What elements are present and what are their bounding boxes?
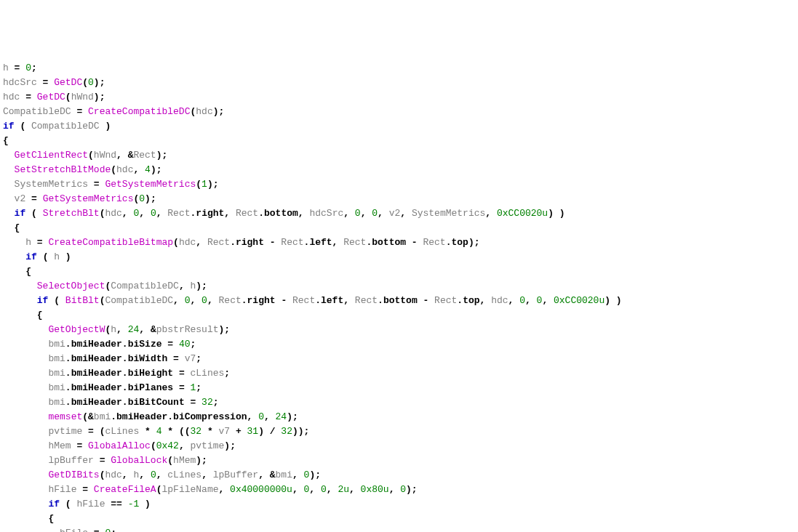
code-line: CompatibleDC = CreateCompatibleDC(hdc); xyxy=(3,105,795,119)
token-num: 32 xyxy=(202,397,213,408)
token-num: 31 xyxy=(247,426,259,437)
token-op: . xyxy=(122,397,128,408)
code-line: { xyxy=(3,134,795,148)
token-func: GetDC xyxy=(54,77,82,88)
token-func: SetStretchBltMode xyxy=(15,164,111,175)
token-op: . xyxy=(65,397,71,408)
token-op: , xyxy=(378,208,389,219)
token-op: , xyxy=(485,208,497,219)
token-op: , xyxy=(327,484,338,495)
token-op: = xyxy=(20,92,36,102)
token-op: ; xyxy=(196,353,202,364)
token-sp xyxy=(3,251,25,262)
token-op: == xyxy=(105,499,127,509)
token-num: 1 xyxy=(202,179,207,190)
token-op: (& xyxy=(82,411,94,422)
token-op: , xyxy=(196,237,207,248)
token-num: 0 xyxy=(25,63,31,73)
code-line: if ( h ) xyxy=(3,250,795,265)
code-line: GetObjectW(h, 24, &pbstrResult); xyxy=(3,323,795,337)
token-op: , xyxy=(173,295,185,306)
code-line: if ( CompatibleDC ) xyxy=(3,119,795,134)
token-field: right xyxy=(236,237,264,248)
code-line: hMem = GlobalAlloc(0x42, pvtime); xyxy=(3,439,795,454)
token-op: ; xyxy=(224,368,230,379)
token-op: ( xyxy=(151,440,156,451)
token-func: SelectObject xyxy=(37,281,105,291)
token-field: left xyxy=(309,237,332,248)
token-op: , xyxy=(219,484,231,495)
token-sp xyxy=(3,484,48,495)
token-sp xyxy=(3,499,48,509)
token-num: 0x42 xyxy=(156,440,179,451)
token-op: , xyxy=(349,484,361,495)
token-op: , & xyxy=(258,469,275,480)
code-line: { xyxy=(3,265,795,279)
code-line: hdc = GetDC(hWnd); xyxy=(3,90,795,105)
token-var: Rect xyxy=(219,295,242,306)
token-op: , xyxy=(122,469,134,480)
decompiler-code-block: h = 0;hdcSrc = GetDC(0);hdc = GetDC(hWnd… xyxy=(3,61,795,532)
token-var: hMem xyxy=(173,455,196,466)
token-op: ); xyxy=(94,77,105,88)
code-line: if ( hFile == -1 ) xyxy=(3,497,795,512)
token-op: . xyxy=(65,368,71,379)
token-op: ( xyxy=(25,208,42,219)
token-op: , xyxy=(343,208,355,219)
token-op: = xyxy=(71,106,88,117)
token-field: left xyxy=(321,295,343,306)
token-op: ); xyxy=(94,92,105,102)
token-sp xyxy=(3,339,48,350)
token-field: bmiHeader xyxy=(71,382,122,393)
token-op: , xyxy=(292,469,304,480)
code-line: SetStretchBltMode(hdc, 4); xyxy=(3,163,795,177)
token-op: , xyxy=(207,295,219,306)
token-var: hdc xyxy=(105,208,121,219)
token-func: GlobalAlloc xyxy=(88,440,151,451)
token-op: , xyxy=(247,411,259,422)
token-op: , xyxy=(309,484,321,495)
token-var: hWnd xyxy=(71,92,94,102)
token-op: , xyxy=(224,208,236,219)
token-op: . xyxy=(457,295,463,306)
token-sp xyxy=(3,426,48,437)
token-op: ( xyxy=(111,164,116,175)
token-var: v7 xyxy=(219,426,231,437)
token-kw: if xyxy=(37,295,49,306)
token-var: hdc xyxy=(491,295,508,306)
token-num: 0x80u xyxy=(361,484,389,495)
token-field: biHeight xyxy=(128,368,173,379)
token-op: , xyxy=(542,295,554,306)
token-op: . xyxy=(230,237,236,248)
token-var: CompatibleDC xyxy=(105,295,173,306)
token-sp xyxy=(3,179,15,190)
token-func: CreateCompatibleDC xyxy=(88,106,190,117)
token-op: ; xyxy=(31,63,37,73)
token-op: ( xyxy=(15,121,31,132)
token-var: CompatibleDC xyxy=(111,281,179,291)
token-var: v2 xyxy=(15,193,26,204)
token-op: . xyxy=(242,295,247,306)
token-op: . xyxy=(315,295,321,306)
token-op: . xyxy=(122,368,128,379)
token-op: ); xyxy=(468,237,480,248)
token-op: . xyxy=(111,411,116,422)
token-op: ; xyxy=(196,382,202,393)
token-num: 32 xyxy=(281,426,292,437)
token-sp xyxy=(3,382,48,393)
token-func: GetObjectW xyxy=(48,324,105,335)
token-op: = xyxy=(76,484,93,495)
token-op: , xyxy=(179,281,191,291)
token-var: Rect xyxy=(355,295,378,306)
token-sp xyxy=(3,411,48,422)
code-line: hFile = CreateFileA(lpFileName, 0x400000… xyxy=(3,483,795,497)
token-op: . xyxy=(122,339,128,350)
token-var: bmi xyxy=(48,339,65,350)
token-op: ); xyxy=(156,150,168,161)
token-sp xyxy=(3,222,15,233)
token-op: = xyxy=(173,382,190,393)
token-var: hFile xyxy=(48,484,76,495)
token-field: biBitCount xyxy=(128,397,185,408)
token-num: 32 xyxy=(191,426,202,437)
token-num: 40 xyxy=(179,339,191,350)
